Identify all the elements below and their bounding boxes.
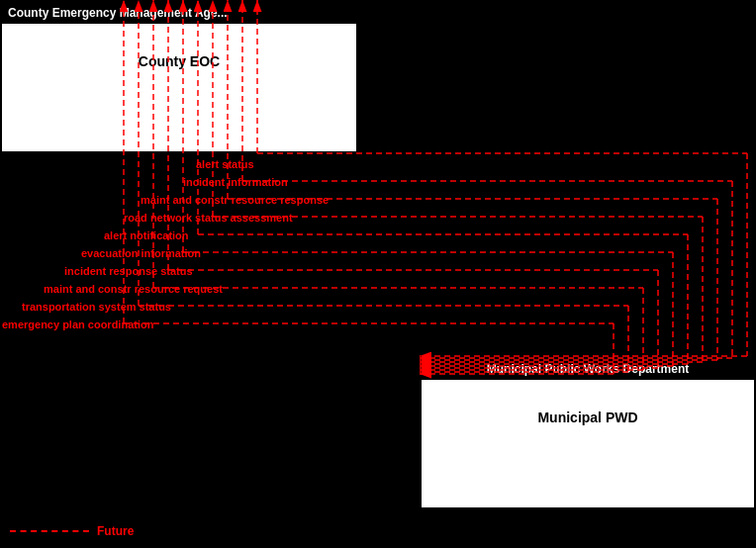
- legend-label: Future: [97, 524, 134, 538]
- label-incident-info: incident information: [183, 176, 288, 188]
- label-evacuation-info: evacuation information: [81, 247, 201, 259]
- diagram: County Emergency Management Age... Count…: [0, 0, 756, 548]
- label-emergency-plan: emergency plan coordination: [2, 319, 153, 330]
- municipal-pwd-title: Municipal PWD: [422, 410, 754, 425]
- county-eoc-title: County EOC: [2, 53, 356, 69]
- label-alert-notification: alert notification: [104, 229, 189, 241]
- label-road-network: road network status assessment: [124, 212, 293, 224]
- county-eoc-box: County Emergency Management Age... Count…: [0, 0, 358, 153]
- county-eoc-header: County Emergency Management Age...: [2, 2, 356, 24]
- label-maint-constr-response: maint and constr resource response: [141, 194, 329, 206]
- label-alert-status: alert status: [196, 158, 254, 170]
- label-incident-response: incident response status: [64, 265, 193, 277]
- legend-line: [10, 530, 89, 532]
- legend: Future: [10, 524, 134, 538]
- municipal-pwd-header: Municipal Public Works Department: [422, 358, 754, 380]
- label-transportation-status: transportation system status: [22, 301, 171, 313]
- municipal-pwd-box: Municipal Public Works Department Munici…: [420, 356, 756, 509]
- label-maint-constr-request: maint and constr resource request: [44, 283, 223, 295]
